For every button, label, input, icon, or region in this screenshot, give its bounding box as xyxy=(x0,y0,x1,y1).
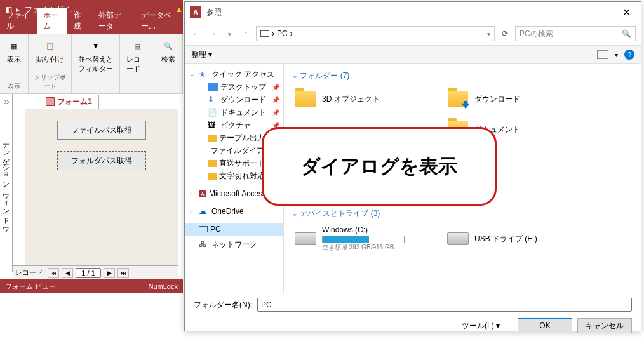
forward-button[interactable]: → xyxy=(206,29,219,38)
folder-name-label: フォルダー名(N): xyxy=(194,300,252,310)
tree-pc[interactable]: ›PC xyxy=(185,223,283,236)
search-input[interactable]: PCの検索 🔍 xyxy=(515,26,636,41)
tab-file[interactable]: ファイル xyxy=(0,8,37,34)
view-options-button[interactable] xyxy=(597,50,608,59)
record-last-button[interactable]: ⏭ xyxy=(117,268,129,278)
dialog-titlebar: A 参照 ✕ xyxy=(185,2,641,22)
tree-desktop[interactable]: デスクトップ📌 xyxy=(185,81,283,93)
annotation-callout: ダイアログを表示 xyxy=(262,127,497,206)
nav-pane-collapsed[interactable]: ナビゲーション ウィンドウ xyxy=(0,94,13,272)
refresh-button[interactable]: ⟳ xyxy=(499,29,511,38)
crumb-pc[interactable]: PC xyxy=(277,29,288,38)
view-button[interactable]: ▦ 表示 xyxy=(4,37,24,65)
section-folders[interactable]: ⌄ フォルダー (7) xyxy=(292,70,633,81)
status-bar: フォーム ビュー NumLock xyxy=(0,279,183,293)
history-chevron-icon[interactable]: ▾ xyxy=(223,30,236,37)
access-main-window: ◧ ▸ ファイルダイ… ▲ ファイル ホーム 作成 外部データ データベー… ▦… xyxy=(0,0,183,330)
record-position-input[interactable] xyxy=(76,268,101,278)
dialog-toolbar: 整理 ▾ ▾ ? xyxy=(185,45,641,64)
tree-onedrive[interactable]: ›☁OneDrive xyxy=(185,205,283,218)
section-devices[interactable]: ⌄ デバイスとドライブ (3) xyxy=(292,208,633,219)
form-icon xyxy=(46,97,55,106)
record-label: レコード: xyxy=(15,268,45,277)
record-button[interactable]: ▤ レコード xyxy=(124,37,150,75)
ok-button[interactable]: OK xyxy=(518,318,572,333)
breadcrumb[interactable]: › PC › ▾ xyxy=(256,26,495,41)
funnel-icon: ▼ xyxy=(88,38,104,53)
view-chevron-icon[interactable]: ▾ xyxy=(615,51,618,58)
access-app-icon: A xyxy=(190,6,201,18)
ribbon-tabs: ファイル ホーム 作成 外部データ データベー… xyxy=(0,19,183,34)
record-icon: ▤ xyxy=(130,38,145,53)
item-3d-objects[interactable]: 3D オブジェクト xyxy=(292,84,444,114)
item-drive-e[interactable]: USB ドライブ (E:) xyxy=(444,222,596,256)
tree-downloads[interactable]: ⬇ダウンロード📌 xyxy=(185,93,283,106)
record-prev-button[interactable]: ◀ xyxy=(62,268,73,278)
cancel-button[interactable]: キャンセル xyxy=(577,318,632,333)
sort-filter-button[interactable]: ▼ 並べ替えと フィルター xyxy=(76,37,116,75)
record-first-button[interactable]: ⏮ xyxy=(48,268,59,278)
folder-name-input[interactable] xyxy=(257,298,632,312)
drive-c-usage xyxy=(322,236,405,243)
up-button[interactable]: ↑ xyxy=(239,29,252,38)
paste-button[interactable]: 📋 貼り付け xyxy=(32,37,67,65)
tab-external[interactable]: 外部データ xyxy=(92,8,135,34)
close-button[interactable]: ✕ xyxy=(617,6,636,18)
status-left: フォーム ビュー xyxy=(5,282,56,291)
dialog-navbar: ← → ▾ ↑ › PC › ▾ ⟳ PCの検索 🔍 xyxy=(185,22,641,45)
tab-home[interactable]: ホーム xyxy=(37,8,67,34)
dialog-footer: フォルダー名(N): ツール(L) ▾ OK キャンセル xyxy=(185,293,641,338)
group-view: 表示 xyxy=(4,82,24,91)
grid-icon: ▦ xyxy=(6,38,22,53)
tree-quick-access[interactable]: ⌄★クイック アクセス xyxy=(185,68,283,81)
search-icon: 🔍 xyxy=(161,38,176,53)
pc-icon xyxy=(260,30,269,37)
tab-database[interactable]: データベー… xyxy=(135,8,183,34)
tree-documents[interactable]: 📄ドキュメント📌 xyxy=(185,106,283,119)
tree-network[interactable]: 🖧ネットワーク xyxy=(185,238,283,251)
item-drive-c[interactable]: Windows (C:) 空き領域 393 GB/916 GB xyxy=(292,222,444,256)
organize-menu[interactable]: 整理 ▾ xyxy=(191,50,212,60)
form-body: ファイルパス取得 フォルダパス取得 xyxy=(25,109,178,268)
group-clipboard: クリップボード xyxy=(32,73,67,91)
crumb-chevron-icon[interactable]: ▾ xyxy=(487,30,490,37)
form-tabbar: » フォーム1 xyxy=(0,94,183,109)
get-filepath-button[interactable]: ファイルパス取得 xyxy=(57,121,146,140)
tab-create[interactable]: 作成 xyxy=(67,8,92,34)
tools-menu[interactable]: ツール(L) ▾ xyxy=(462,321,500,331)
form-tab[interactable]: フォーム1 xyxy=(39,95,99,109)
record-navigator: レコード: ⏮ ◀ ▶ ⏭ xyxy=(13,265,178,279)
help-button[interactable]: ? xyxy=(624,50,634,60)
clipboard-icon: 📋 xyxy=(43,38,58,53)
item-downloads[interactable]: ダウンロード xyxy=(444,84,596,114)
search-icon: 🔍 xyxy=(622,29,631,38)
find-button[interactable]: 🔍 検索 xyxy=(158,37,178,65)
status-right: NumLock xyxy=(149,282,178,290)
back-button[interactable]: ← xyxy=(190,29,203,38)
get-folderpath-button[interactable]: フォルダパス取得 xyxy=(57,151,146,170)
record-next-button[interactable]: ▶ xyxy=(104,268,115,278)
ribbon: ▦ 表示 表示 📋 貼り付け クリップボード ▼ 並べ替えと フィルター ▤ レ… xyxy=(0,34,183,94)
dialog-title: 参照 xyxy=(206,7,222,18)
